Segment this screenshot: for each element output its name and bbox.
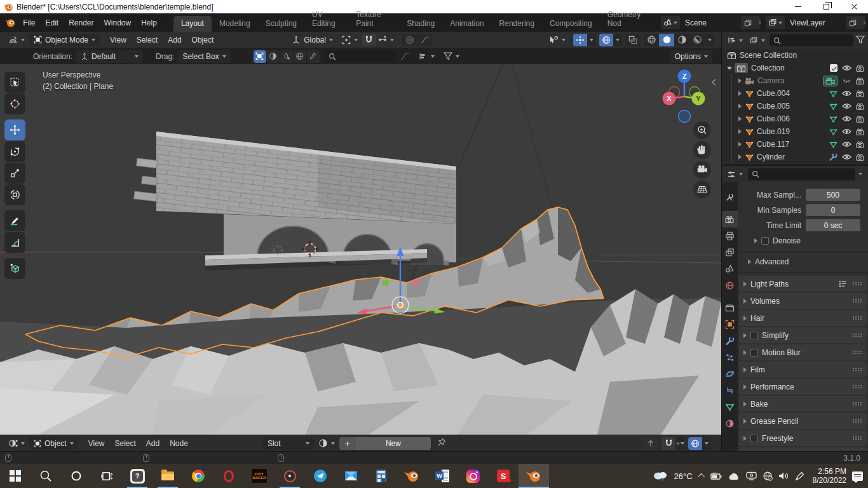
tool-settings-display-dropdown[interactable] [414,50,439,63]
3d-viewport[interactable]: Z X Y [0,64,721,435]
drag-grip[interactable] [852,299,862,303]
tab-object-data[interactable] [722,398,738,415]
drag-grip[interactable] [852,281,862,286]
hide-viewport-eye-icon[interactable] [842,116,851,122]
properties-search-input[interactable] [748,168,855,180]
hide-viewport-eye-icon[interactable] [842,141,851,147]
outliner-display-mode-button[interactable] [747,34,767,47]
tab-uv-editing[interactable]: UV Editing [304,7,348,32]
tool-annotate[interactable] [4,210,25,231]
max-samples-value[interactable]: 500 [806,189,860,201]
battery-icon[interactable] [710,472,722,480]
drag-grip[interactable] [852,333,862,337]
scene-data-icon[interactable] [280,50,293,63]
outliner-row-scene-collection[interactable]: Scene Collection [722,49,868,62]
drag-grip[interactable] [852,316,862,320]
select-box-mode-icon[interactable] [254,50,266,63]
gizmo-xz-plane-handle[interactable] [382,280,389,286]
filter-dropdown[interactable] [439,50,464,63]
shader-overlays-dropdown[interactable] [702,437,711,450]
mesh-data-icon[interactable] [829,90,837,97]
action-center-icon[interactable] [852,471,863,481]
visibility-dropdown[interactable] [545,34,570,46]
properties-editor-type-button[interactable] [725,168,745,180]
orthographic-toggle-button[interactable] [693,180,711,198]
falloff-dropdown[interactable] [396,50,414,63]
shading-solid-button[interactable] [659,34,674,46]
viewport-menu-object[interactable]: Object [187,32,219,48]
tool-scale[interactable] [4,163,25,184]
proportional-falloff-dropdown[interactable] [417,34,433,46]
tab-physics[interactable] [722,365,738,382]
tool-search-input[interactable] [325,50,396,62]
shader-menu-select[interactable]: Select [109,435,140,451]
panel-film[interactable]: Film [739,362,867,377]
drag-grip[interactable] [852,367,862,372]
close-button[interactable] [840,0,868,13]
collection-checkbox[interactable] [830,64,837,72]
panel-motion-blur[interactable]: Motion Blur [739,344,867,360]
volume-icon[interactable] [778,471,789,480]
tab-geometry-nodes[interactable]: Geometry Nod [600,7,654,32]
task-view-button[interactable] [92,464,122,488]
expand-icon[interactable] [738,154,742,159]
drag-grip[interactable] [852,384,862,389]
weather-icon[interactable] [652,470,668,482]
transform-orientation-dropdown[interactable]: Global [287,34,337,46]
meet-now-icon[interactable] [746,471,757,480]
disable-render-camera-icon[interactable] [856,116,865,123]
snap-with-dropdown[interactable] [376,34,398,46]
hidden-eye-icon[interactable] [842,78,851,84]
world-icon[interactable] [294,50,306,63]
editor-type-button[interactable] [4,34,29,46]
tab-render[interactable] [722,211,738,227]
menu-help[interactable]: Help [136,13,162,32]
hide-viewport-eye-icon[interactable] [842,65,851,71]
gizmo-dropdown[interactable] [587,34,596,46]
panel-light-paths[interactable]: Light Paths [739,276,867,292]
expand-icon[interactable] [738,129,742,134]
material-browse-dropdown[interactable] [314,437,339,450]
tab-shading[interactable]: Shading [399,16,442,32]
outliner-filter-button[interactable] [856,36,865,46]
outliner-row-collection[interactable]: Collection [722,62,868,74]
tool-measure[interactable] [4,232,25,253]
new-viewlayer-button[interactable] [846,16,860,29]
min-samples-value[interactable]: 0 [806,204,860,216]
drag-dropdown[interactable]: Select Box [178,50,230,63]
cortana-button[interactable] [61,464,92,488]
viewport-menu-select[interactable]: Select [132,32,163,48]
shader-type-dropdown[interactable]: Object [29,437,78,450]
expand-icon[interactable] [727,67,732,70]
drag-grip[interactable] [852,350,862,355]
shader-overlays-toggle[interactable] [688,437,702,450]
denoise-row[interactable]: Denoise [738,234,868,248]
expand-icon[interactable] [738,104,742,109]
expand-icon[interactable] [738,78,742,83]
time-limit-value[interactable]: 0 sec [806,219,860,231]
shading-wireframe-button[interactable] [644,34,659,46]
taskbar-app-blender-active[interactable] [519,464,549,488]
tab-view-layer[interactable] [722,244,738,261]
freestyle-checkbox[interactable] [750,435,758,442]
taskbar-app-calculator[interactable] [366,464,397,488]
hide-viewport-eye-icon[interactable] [842,103,851,109]
show-gizmo-toggle[interactable] [573,34,587,46]
viewport-canvas[interactable]: Z X Y [0,64,721,435]
mesh-data-icon[interactable] [829,103,837,110]
taskbar-app-clip-studio[interactable]: ? [122,464,153,488]
camera-view-button[interactable] [693,161,711,179]
tab-sculpting[interactable]: Sculpting [258,16,304,32]
disable-render-camera-icon[interactable] [856,78,865,85]
panel-grease-pencil[interactable]: Grease Pencil [739,413,867,429]
taskbar-app-media-player[interactable] [275,464,305,488]
panel-simplify[interactable]: Simplify [739,327,867,343]
taskbar-app-substance[interactable]: S [488,464,519,488]
tool-rotate[interactable] [4,141,25,162]
outliner-row-cube117[interactable]: Cube.117 [732,138,868,151]
overlays-dropdown[interactable] [613,34,622,46]
blender-menu-icon[interactable] [5,18,15,27]
outliner-row-cube019[interactable]: Cube.019 [732,125,868,138]
unlink-scene-button[interactable]: × [755,18,761,27]
temperature-label[interactable]: 26°C [674,471,693,481]
